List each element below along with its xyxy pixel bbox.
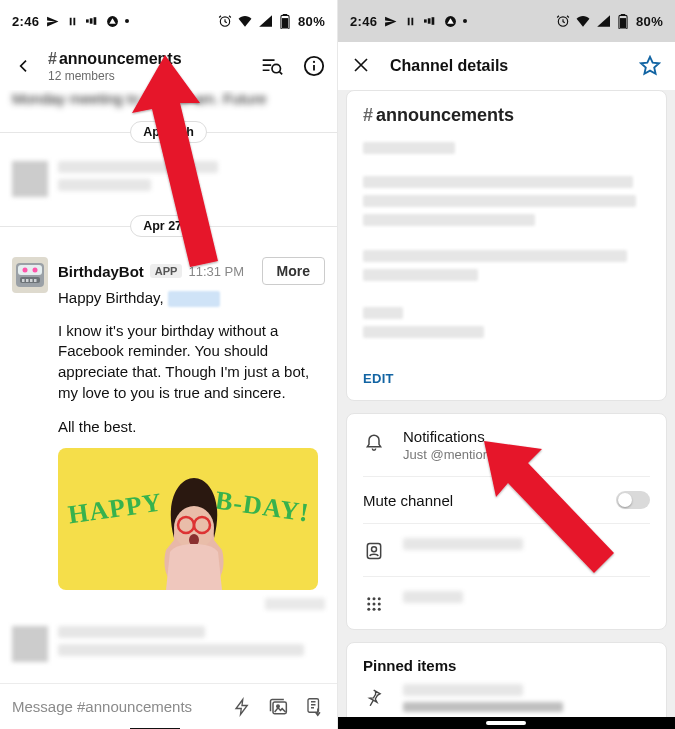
svg-rect-36 [367, 544, 380, 559]
apps-row[interactable] [363, 576, 650, 629]
message[interactable]: BirthdayBot APP 11:31 PM More Happy Birt… [0, 251, 337, 616]
svg-point-38 [367, 597, 370, 600]
mute-row[interactable]: Mute channel [363, 476, 650, 523]
edit-button[interactable]: EDIT [347, 359, 666, 400]
svg-point-40 [378, 597, 381, 600]
svg-rect-2 [93, 17, 96, 25]
status-battery: 80% [298, 14, 325, 29]
notif-sub: Just @mentions [403, 447, 650, 462]
svg-rect-13 [18, 265, 42, 275]
date-separator: Apr 27th [130, 215, 207, 237]
media-icon [85, 14, 99, 28]
svg-point-8 [272, 64, 280, 72]
gif-person [144, 470, 244, 590]
star-button[interactable] [639, 55, 661, 77]
lightning-icon[interactable] [231, 696, 253, 718]
svg-point-37 [372, 547, 377, 552]
send-icon [383, 14, 397, 28]
send-icon [45, 14, 59, 28]
bell-icon [363, 430, 385, 452]
pinned-title: Pinned items [347, 643, 666, 678]
msg-sign: All the best. [58, 417, 325, 438]
more-button[interactable]: More [262, 257, 325, 285]
svg-rect-29 [428, 18, 431, 23]
alarm-icon [556, 14, 570, 28]
status-bar: 2:46 80% [338, 0, 675, 42]
notifications-row[interactable]: Notifications Just @mentions [347, 414, 666, 476]
channel-header[interactable]: #announcements 12 members [0, 42, 337, 90]
media-icon [423, 14, 437, 28]
svg-point-10 [313, 61, 315, 63]
status-dot [463, 19, 467, 23]
wifi-icon [238, 14, 252, 28]
status-time: 2:46 [350, 14, 377, 29]
pinned-card: Pinned items [346, 642, 667, 717]
channel-name: #announcements [48, 49, 241, 68]
svg-point-14 [23, 268, 28, 273]
msg-body: I know it's your birthday without a Face… [58, 321, 325, 404]
svg-point-43 [378, 603, 381, 606]
app-badge: APP [150, 264, 183, 278]
battery-icon [278, 14, 292, 28]
svg-rect-18 [26, 279, 29, 282]
details-title: Channel details [390, 57, 621, 75]
svg-rect-28 [424, 19, 427, 22]
battery-icon [616, 14, 630, 28]
message-redacted [0, 622, 337, 666]
apps-icon [363, 593, 385, 615]
msg-time: 11:31 PM [188, 264, 244, 279]
svg-point-39 [373, 597, 376, 600]
attach-icon[interactable] [303, 696, 325, 718]
app-icon [105, 14, 119, 28]
contact-icon [363, 540, 385, 562]
composer-placeholder[interactable]: Message #announcements [12, 698, 217, 715]
svg-rect-17 [22, 279, 25, 282]
author-name[interactable]: BirthdayBot [58, 263, 144, 280]
notif-title: Notifications [403, 428, 650, 445]
status-bar: 2:46 80% [0, 0, 337, 42]
svg-point-46 [378, 608, 381, 611]
msg-fragment: Monday meeting to Tue 10 am. Future [0, 90, 337, 107]
mute-toggle[interactable] [616, 491, 650, 509]
svg-rect-20 [34, 279, 37, 282]
details-header: Channel details [338, 42, 675, 90]
svg-rect-27 [308, 698, 319, 712]
signal-icon [258, 14, 272, 28]
about-card: #announcements EDIT [346, 90, 667, 401]
avatar[interactable] [12, 257, 48, 293]
alarm-icon [218, 14, 232, 28]
status-time: 2:46 [12, 14, 39, 29]
members-row[interactable] [363, 523, 650, 576]
settings-card: Notifications Just @mentions Mute channe… [346, 413, 667, 630]
info-icon[interactable] [303, 55, 325, 77]
pause-icon [403, 14, 417, 28]
svg-point-44 [367, 608, 370, 611]
close-button[interactable] [352, 56, 372, 76]
svg-rect-19 [30, 279, 33, 282]
composer[interactable]: Message #announcements [0, 683, 337, 729]
signal-icon [596, 14, 610, 28]
svg-point-42 [373, 603, 376, 606]
svg-rect-0 [86, 19, 89, 22]
nav-indicator [486, 721, 526, 725]
search-icon[interactable] [261, 55, 283, 77]
status-dot [125, 19, 129, 23]
status-battery: 80% [636, 14, 663, 29]
app-icon [443, 14, 457, 28]
channel-name: #announcements [363, 105, 650, 126]
svg-rect-30 [431, 17, 434, 25]
svg-point-15 [33, 268, 38, 273]
svg-point-41 [367, 603, 370, 606]
gallery-icon[interactable] [267, 696, 289, 718]
message-redacted [0, 157, 337, 201]
pinned-item[interactable] [347, 678, 666, 717]
date-separator: Apr 15th [130, 121, 207, 143]
pin-icon [363, 686, 385, 708]
gif-attachment[interactable]: HAPPY B-DAY! [58, 448, 318, 590]
pause-icon [65, 14, 79, 28]
back-button[interactable] [14, 56, 34, 76]
channel-members: 12 members [48, 69, 241, 83]
svg-rect-1 [90, 18, 93, 23]
svg-point-45 [373, 608, 376, 611]
svg-rect-35 [620, 18, 626, 28]
